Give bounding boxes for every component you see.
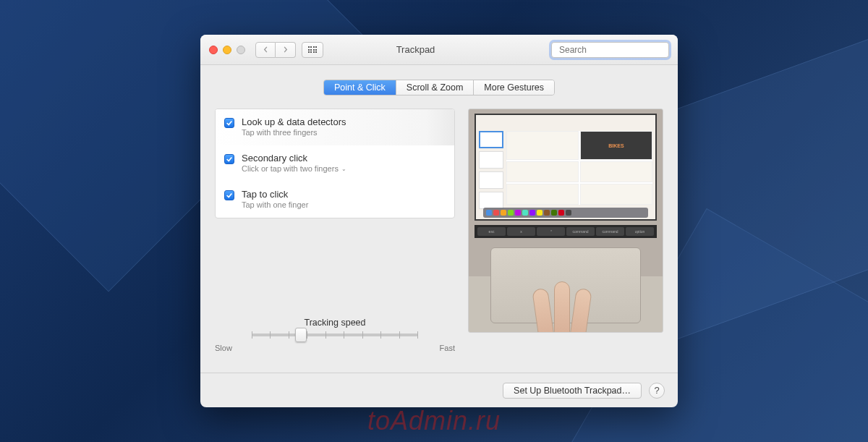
search-input[interactable] <box>559 45 668 55</box>
setup-bluetooth-button[interactable]: Set Up Bluetooth Trackpad… <box>503 383 642 399</box>
minimize-button[interactable] <box>223 46 231 54</box>
chevron-down-icon: ⌄ <box>341 166 346 172</box>
option-label: Secondary click <box>242 153 346 163</box>
option-sub: Tap with one finger <box>242 200 308 209</box>
preview-screen: BIKES <box>475 114 657 221</box>
close-button[interactable] <box>209 46 218 54</box>
tracking-speed-box: Tracking speed Slow Fast <box>215 318 455 373</box>
window-title: Trackpad <box>280 44 551 55</box>
option-label: Look up & data detectors <box>242 116 346 127</box>
tracking-speed-label: Tracking speed <box>215 318 455 328</box>
option-sub[interactable]: Click or tap with two fingers ⌄ <box>242 164 346 173</box>
tab-scroll-zoom[interactable]: Scroll & Zoom <box>396 80 475 95</box>
slider-thumb[interactable] <box>295 328 307 342</box>
search-field[interactable] <box>551 42 669 58</box>
checkbox-tap[interactable] <box>224 190 234 200</box>
option-lookup[interactable]: Look up & data detectors Tap with three … <box>216 109 454 145</box>
gesture-preview: BIKES esc x ⌃ command command option <box>468 109 663 333</box>
preview-hand <box>522 281 609 333</box>
tab-row: Point & Click Scroll & Zoom More Gesture… <box>200 80 678 95</box>
tab-more-gestures[interactable]: More Gestures <box>474 80 554 95</box>
zoom-button[interactable] <box>237 46 245 54</box>
checkbox-lookup[interactable] <box>224 118 234 128</box>
slider-min-label: Slow <box>215 344 232 352</box>
watermark: toAdmin.ru <box>367 406 501 436</box>
back-button[interactable] <box>255 42 276 58</box>
option-sub: Tap with three fingers <box>242 128 346 137</box>
preferences-window: Trackpad Point & Click Scroll & Zoom Mor… <box>200 35 678 407</box>
option-secondary-click[interactable]: Secondary click Click or tap with two fi… <box>216 145 454 182</box>
footer: Set Up Bluetooth Trackpad… ? <box>200 373 678 407</box>
options-list: Look up & data detectors Tap with three … <box>215 109 455 218</box>
option-label: Tap to click <box>242 189 308 200</box>
option-tap-to-click[interactable]: Tap to click Tap with one finger <box>216 182 454 218</box>
tab-point-click[interactable]: Point & Click <box>324 80 396 95</box>
window-controls <box>209 46 245 54</box>
tracking-speed-slider[interactable] <box>252 333 418 336</box>
preview-touchbar: esc x ⌃ command command option <box>475 225 657 238</box>
titlebar: Trackpad <box>200 35 678 65</box>
checkbox-secondary[interactable] <box>224 154 234 164</box>
help-button[interactable]: ? <box>649 383 665 399</box>
slider-max-label: Fast <box>440 344 455 352</box>
